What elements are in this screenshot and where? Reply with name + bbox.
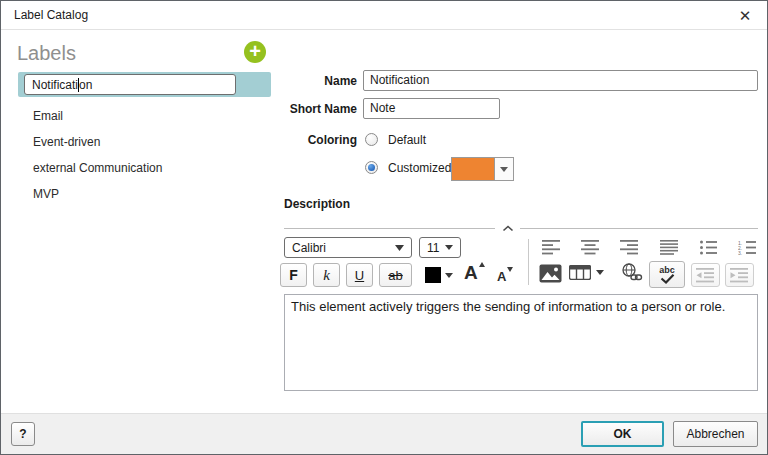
font-family-dropdown[interactable]: Calibri — [284, 237, 412, 258]
font-grow-letter: A — [464, 262, 478, 283]
label-rename-text-before: Notificati — [32, 78, 78, 92]
titlebar: Label Catalog ✕ — [1, 1, 767, 30]
divider-left — [284, 228, 495, 229]
font-size-value: 11 — [427, 241, 445, 255]
chevron-down-icon — [395, 245, 404, 251]
chevron-down-icon — [445, 245, 453, 250]
ok-button[interactable]: OK — [581, 421, 664, 447]
list-item-email[interactable]: Email — [1, 103, 277, 129]
italic-button[interactable]: k — [313, 263, 340, 287]
label-rename-input[interactable]: Notification — [24, 74, 236, 95]
strikethrough-button[interactable]: ab — [379, 263, 412, 287]
labels-heading: Labels — [17, 42, 76, 65]
font-size-dropdown[interactable]: 11 — [419, 237, 461, 258]
outdent-button[interactable] — [691, 263, 720, 287]
toolbar-separator — [528, 239, 529, 285]
align-right-icon[interactable] — [620, 240, 640, 255]
spellcheck-button[interactable]: abc — [649, 261, 685, 288]
font-family-value: Calibri — [292, 241, 395, 255]
description-label: Description — [284, 197, 350, 211]
coloring-customized-label: Customized — [388, 161, 451, 175]
plus-icon: + — [249, 41, 261, 61]
labels-panel: Labels + Notification Email Event-driven… — [1, 30, 277, 413]
chevron-down-icon — [596, 270, 604, 275]
list-item-event-driven[interactable]: Event-driven — [1, 129, 277, 155]
help-button[interactable]: ? — [11, 422, 35, 446]
align-left-icon[interactable] — [542, 240, 562, 255]
decrease-font-size-button[interactable]: A — [497, 267, 506, 285]
name-label: Name — [269, 74, 357, 88]
close-icon[interactable]: ✕ — [729, 1, 761, 30]
chevron-down-icon — [495, 158, 513, 180]
coloring-default-radio[interactable] — [365, 133, 378, 146]
footer-bar: ? OK Abbrechen — [1, 413, 767, 454]
table-icon — [569, 265, 591, 280]
insert-hyperlink-icon[interactable] — [621, 263, 643, 281]
indent-button[interactable] — [725, 263, 754, 287]
list-item-mvp[interactable]: MVP — [1, 181, 277, 207]
increase-font-size-button[interactable]: A — [464, 262, 478, 284]
arrow-up-icon — [479, 262, 485, 267]
font-shrink-letter: A — [497, 269, 506, 284]
dialog-title: Label Catalog — [14, 1, 88, 30]
arrow-down-icon — [507, 267, 513, 272]
numbered-list-icon[interactable]: 1.2.3. — [738, 240, 758, 255]
coloring-label: Coloring — [269, 133, 357, 147]
description-textarea[interactable]: This element actively triggers the sendi… — [284, 294, 758, 391]
list-item-external-communication[interactable]: external Communication — [1, 155, 277, 181]
short-name-label: Short Name — [269, 102, 357, 116]
list-item-notification-selected[interactable]: Notification — [18, 72, 271, 97]
insert-table-dropdown[interactable] — [569, 265, 604, 280]
svg-text:3.: 3. — [738, 250, 742, 255]
coloring-default-label: Default — [388, 133, 426, 147]
collapse-toolbar-icon[interactable] — [499, 223, 517, 233]
name-field[interactable]: Notification — [363, 70, 758, 91]
short-name-field[interactable]: Note — [363, 98, 500, 119]
font-color-swatch — [425, 267, 441, 283]
underline-button[interactable]: U — [346, 263, 373, 287]
check-icon — [660, 274, 675, 284]
alignment-group: 1.2.3. — [542, 240, 758, 255]
divider-right — [520, 228, 758, 229]
coloring-customized-radio[interactable] — [365, 161, 378, 174]
label-catalog-dialog: Label Catalog ✕ Labels + Notification Em… — [0, 0, 768, 455]
font-color-dropdown[interactable] — [425, 266, 457, 284]
add-label-button[interactable]: + — [244, 41, 266, 63]
bullet-list-icon[interactable] — [699, 240, 719, 255]
custom-color-swatch — [452, 158, 495, 180]
cancel-button[interactable]: Abbrechen — [673, 421, 758, 447]
align-center-icon[interactable] — [581, 240, 601, 255]
chevron-down-icon — [445, 273, 453, 278]
insert-image-icon[interactable] — [539, 264, 562, 283]
align-justify-icon[interactable] — [660, 240, 680, 255]
label-list: Notification Email Event-driven external… — [1, 72, 277, 207]
spellcheck-label: abc — [659, 266, 675, 274]
custom-color-dropdown[interactable] — [451, 157, 514, 181]
label-rename-text-after: on — [79, 78, 92, 92]
bold-button[interactable]: F — [280, 263, 307, 287]
